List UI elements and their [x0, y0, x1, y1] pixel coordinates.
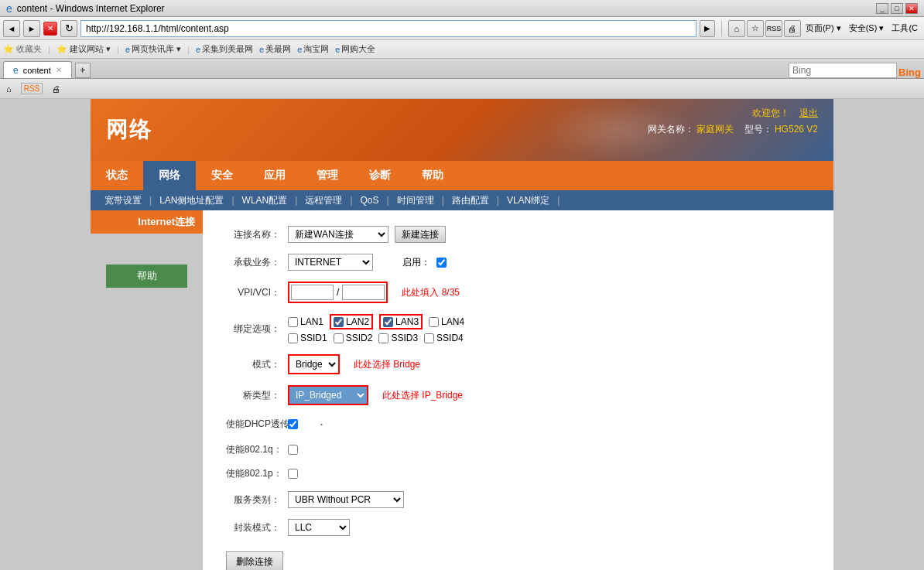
vci-input[interactable] — [342, 285, 385, 300]
logout-button[interactable]: 退出 — [799, 108, 818, 118]
nav-diagnose[interactable]: 诊断 — [354, 161, 406, 190]
fav-item-quicklib[interactable]: e 网页快讯库 ▾ — [125, 43, 181, 55]
service-type-control: UBR Without PCR CBR UBR With PCR — [288, 491, 404, 508]
fav-item-collect[interactable]: e 采集到美最网 — [196, 43, 253, 55]
search-input[interactable] — [789, 63, 897, 78]
checkbox-group: LAN1 LAN2 LAN3 — [288, 314, 464, 343]
print-button[interactable]: 🖨 — [784, 20, 801, 37]
nav-help[interactable]: 帮助 — [406, 161, 459, 190]
forward-button[interactable]: ► — [23, 20, 40, 37]
lan3-checkbox[interactable] — [383, 317, 393, 327]
browser-icon: e — [6, 2, 12, 15]
service-select[interactable]: INTERNET — [288, 254, 373, 271]
subnav-time[interactable]: 时间管理 — [391, 194, 440, 207]
bridge-hint: 此处选择 IP_Bridge — [382, 389, 463, 402]
vpi-input[interactable] — [291, 285, 334, 300]
enable-label: 启用： — [402, 256, 430, 269]
new-tab-button[interactable]: + — [75, 63, 91, 78]
802-1q-checkbox[interactable] — [288, 445, 298, 455]
stop-button[interactable]: ✕ — [43, 22, 57, 36]
security-menu[interactable]: 安全(S) ▾ — [846, 22, 888, 34]
main-content: 连接名称： 新建WAN连接 新建连接 承载业务： INTERNET — [203, 210, 833, 570]
subnav-routing[interactable]: 路由配置 — [446, 194, 495, 207]
subnav-vlan[interactable]: VLAN绑定 — [501, 194, 556, 207]
ssid3-checkbox[interactable] — [378, 333, 388, 343]
mode-select[interactable]: Bridge Route — [289, 356, 338, 373]
conn-name-select[interactable]: 新建WAN连接 — [288, 226, 388, 243]
fav-item-taobao[interactable]: e 淘宝网 — [297, 43, 329, 55]
subnav-lan[interactable]: LAN侧地址配置 — [153, 194, 230, 207]
nav-manage[interactable]: 管理 — [301, 161, 354, 190]
nav-bar: ◄ ► ✕ ↻ http://192.168.1.1/html/content.… — [0, 17, 924, 40]
sub-nav: 宽带设置 | LAN侧地址配置 | WLAN配置 | 远程管理 | QoS | … — [91, 190, 833, 210]
restore-button[interactable]: □ — [891, 3, 903, 14]
gateway-info: 网关名称： 家庭网关 型号： HG526 V2 — [648, 123, 818, 136]
home-icon[interactable]: ⌂ — [6, 84, 12, 94]
rss-button[interactable]: RSS — [765, 20, 782, 37]
nav-security[interactable]: 安全 — [196, 161, 248, 190]
802-1p-checkbox[interactable] — [288, 469, 298, 479]
conn-name-label: 连接名称： — [226, 228, 288, 241]
dhcp-checkbox[interactable] — [288, 419, 298, 429]
nav-status[interactable]: 状态 — [91, 161, 143, 190]
fav-item-shopping[interactable]: e 网购大全 — [335, 43, 375, 55]
fav-item-meizui[interactable]: e 美最网 — [259, 43, 291, 55]
ssid1-checkbox[interactable] — [288, 333, 298, 343]
lan1-item: LAN1 — [288, 316, 323, 327]
lan1-checkbox[interactable] — [288, 317, 298, 327]
service-type-label: 服务类别： — [226, 493, 288, 507]
mode-select-wrapper: Bridge Route — [288, 354, 340, 374]
router-ui-wrapper: 网络 欢迎您！ 退出 网关名称： 家庭网关 型号： HG526 V2 状态 网络… — [0, 99, 924, 570]
ssid4-item: SSID4 — [424, 333, 464, 343]
lan3-item: LAN3 — [379, 314, 423, 329]
delete-button[interactable]: 删除连接 — [226, 551, 283, 570]
address-input[interactable]: http://192.168.1.1/html/content.asp — [80, 20, 696, 37]
nav-network[interactable]: 网络 — [143, 161, 196, 190]
subnav-wlan[interactable]: WLAN配置 — [236, 194, 294, 207]
802-1q-control — [288, 445, 298, 455]
page-menu[interactable]: 页面(P) ▾ — [803, 22, 844, 34]
back-button[interactable]: ◄ — [3, 20, 20, 37]
router-body: Internet连接 帮助 连接名称： 新建WAN连接 新建连接 — [91, 210, 833, 570]
vpi-vci-row: VPI/VCI： / 此处填入 8/35 — [226, 282, 810, 303]
new-conn-button[interactable]: 新建连接 — [395, 226, 446, 243]
802-1p-control — [288, 469, 298, 479]
tools-menu[interactable]: 工具(C — [888, 22, 921, 34]
enable-checkbox[interactable] — [436, 258, 447, 268]
ssid2-checkbox[interactable] — [334, 333, 344, 343]
minimize-button[interactable]: _ — [876, 3, 888, 14]
go-button[interactable]: ▶ — [700, 20, 715, 37]
bing-icon: Bing — [898, 67, 921, 78]
lan2-checkbox[interactable] — [334, 317, 344, 327]
refresh-button[interactable]: ↻ — [60, 20, 77, 37]
subnav-broadband[interactable]: 宽带设置 — [98, 194, 148, 207]
mode-row: 模式： Bridge Route 此处选择 Bridge — [226, 354, 810, 374]
active-tab[interactable]: e content ✕ — [3, 61, 72, 78]
home-button[interactable]: ⌂ — [728, 20, 745, 37]
encap-select[interactable]: LLC VC MUX — [288, 519, 350, 536]
subnav-qos[interactable]: QoS — [354, 195, 385, 206]
lan4-checkbox[interactable] — [429, 317, 439, 327]
subnav-remote[interactable]: 远程管理 — [299, 194, 348, 207]
bridge-type-row: 桥类型： IP_Bridged PPPoE_Bridged 此处选择 IP_Br… — [226, 385, 810, 405]
nav-apps[interactable]: 应用 — [248, 161, 301, 190]
dhcp-label: 使能DHCP透传： — [226, 418, 288, 431]
dhcp-control: · — [288, 416, 323, 432]
favorites-button[interactable]: ☆ — [747, 20, 764, 37]
bridge-type-select[interactable]: IP_Bridged PPPoE_Bridged — [289, 387, 367, 404]
bridge-select-wrapper: IP_Bridged PPPoE_Bridged — [288, 385, 368, 405]
802-1p-row: 使能802.1p： — [226, 467, 810, 480]
mode-hint: 此处选择 Bridge — [354, 358, 420, 371]
service-type-select[interactable]: UBR Without PCR CBR UBR With PCR — [288, 491, 404, 508]
close-button[interactable]: ✕ — [905, 3, 918, 14]
fav-item-suggest[interactable]: ⭐ 建议网站 ▾ — [56, 43, 111, 55]
model-text: HG526 V2 — [775, 124, 818, 135]
favorites-label: ⭐ 收藏夹 — [3, 43, 42, 55]
ssid4-checkbox[interactable] — [424, 333, 434, 343]
print-icon[interactable]: 🖨 — [52, 84, 60, 94]
bridge-type-label: 桥类型： — [226, 389, 288, 402]
vpi-vci-control: / 此处填入 8/35 — [288, 282, 460, 303]
lan2-item: LAN2 — [330, 314, 373, 329]
window-title: content - Windows Internet Explorer — [17, 3, 165, 14]
router-nav: 状态 网络 安全 应用 管理 诊断 帮助 — [91, 161, 833, 190]
